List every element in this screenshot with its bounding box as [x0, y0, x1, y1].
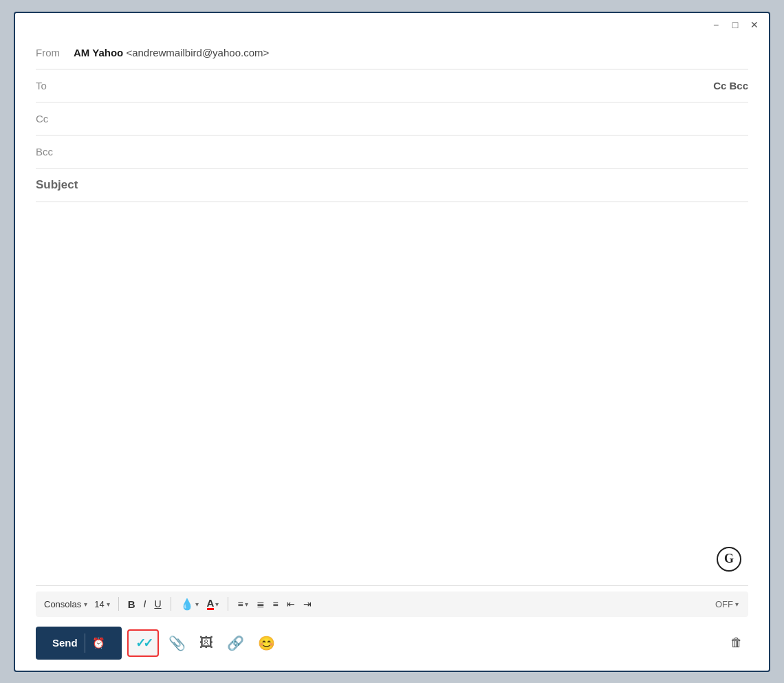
italic-button[interactable]: I [140, 596, 150, 611]
bcc-row: Bcc [36, 135, 748, 169]
sep1 [118, 597, 119, 611]
font-size: 14 [94, 599, 104, 609]
indent-button[interactable]: ⇥ [300, 596, 315, 611]
ordered-list-button[interactable]: ≣ [253, 596, 268, 611]
sep3 [228, 597, 228, 611]
double-check-button[interactable]: ✓✓ [127, 629, 159, 657]
send-divider [85, 633, 85, 653]
trash-icon: 🗑 [730, 636, 743, 649]
link-icon: 🔗 [227, 635, 244, 651]
maximize-button[interactable]: □ [729, 19, 741, 31]
formatting-toolbar: Consolas ▾ 14 ▾ B I U 💧 ▾ [36, 592, 748, 617]
font-color-button[interactable]: A ▾ [204, 596, 223, 612]
cc-bcc-toggle[interactable]: Cc Bcc [713, 80, 748, 91]
font-selector[interactable]: Consolas ▾ [41, 598, 90, 611]
outdent-icon: ⇤ [287, 598, 295, 609]
compose-body: From AM Yahoo <andrewmailbird@yahoo.com>… [15, 36, 769, 671]
underline-button[interactable]: U [151, 596, 164, 611]
font-color-chevron-icon: ▾ [215, 600, 219, 608]
image-button[interactable]: 🖼 [195, 632, 217, 653]
cc-label: Cc [36, 113, 74, 124]
align-button[interactable]: ≡ ▾ [234, 596, 251, 611]
compose-window: − □ ✕ From AM Yahoo <andrewmailbird@yaho… [14, 12, 770, 672]
unordered-list-button[interactable]: ≡ [270, 596, 282, 611]
toolbar-area: Consolas ▾ 14 ▾ B I U 💧 ▾ [36, 585, 748, 671]
minimize-button[interactable]: − [710, 19, 722, 31]
size-selector[interactable]: 14 ▾ [91, 598, 112, 611]
size-chevron-icon: ▾ [107, 600, 110, 608]
bcc-label: Bcc [36, 146, 74, 158]
ink-chevron-icon: ▾ [195, 600, 199, 608]
font-chevron-icon: ▾ [84, 600, 87, 608]
align-icon: ≡ [237, 598, 243, 609]
send-button[interactable]: Send ⏰ [36, 627, 122, 660]
indent-icon: ⇥ [303, 598, 312, 609]
from-value: AM Yahoo <andrewmailbird@yahoo.com> [74, 47, 748, 58]
to-row: To Cc Bcc [36, 69, 748, 102]
schedule-icon[interactable]: ⏰ [92, 637, 105, 649]
sender-email: <andrewmailbird@yahoo.com> [126, 47, 269, 58]
subject-label: Subject [36, 178, 78, 191]
ink-color-button[interactable]: 💧 ▾ [177, 596, 202, 613]
off-label: OFF [715, 599, 733, 609]
spell-check-toggle[interactable]: OFF ▾ [711, 597, 743, 611]
action-bar: Send ⏰ ✓✓ 📎 🖼 🔗 [36, 622, 748, 671]
attachment-icon: 📎 [168, 635, 186, 651]
to-label: To [36, 80, 74, 91]
sender-name: AM Yahoo [74, 47, 123, 58]
link-button[interactable]: 🔗 [223, 632, 248, 654]
align-chevron-icon: ▾ [245, 600, 248, 608]
attachment-button[interactable]: 📎 [164, 632, 190, 654]
emoji-icon: 😊 [258, 635, 275, 651]
image-icon: 🖼 [199, 635, 213, 651]
grammarly-button[interactable]: G [717, 547, 741, 572]
ordered-list-icon: ≣ [257, 598, 265, 609]
font-name: Consolas [44, 599, 81, 609]
send-label: Send [52, 637, 78, 649]
font-color-icon: A [207, 598, 215, 610]
cc-input[interactable] [74, 109, 748, 128]
bcc-input[interactable] [74, 142, 748, 161]
unordered-list-icon: ≡ [273, 598, 279, 609]
outdent-button[interactable]: ⇤ [283, 596, 298, 611]
title-bar: − □ ✕ [15, 13, 769, 36]
grammarly-icon: G [724, 552, 734, 566]
body-area[interactable]: G [36, 202, 748, 585]
subject-row: Subject [36, 169, 748, 202]
sep2 [171, 597, 171, 611]
bold-button[interactable]: B [124, 596, 139, 612]
delete-button[interactable]: 🗑 [725, 633, 748, 653]
off-chevron-icon: ▾ [735, 600, 739, 608]
cc-row: Cc [36, 102, 748, 135]
to-input[interactable] [74, 76, 713, 95]
close-button[interactable]: ✕ [748, 19, 761, 31]
ink-icon: 💧 [180, 598, 194, 611]
from-label: From [36, 47, 74, 58]
double-checkmark-icon: ✓✓ [135, 636, 151, 651]
emoji-button[interactable]: 😊 [254, 632, 279, 654]
from-row: From AM Yahoo <andrewmailbird@yahoo.com> [36, 36, 748, 69]
